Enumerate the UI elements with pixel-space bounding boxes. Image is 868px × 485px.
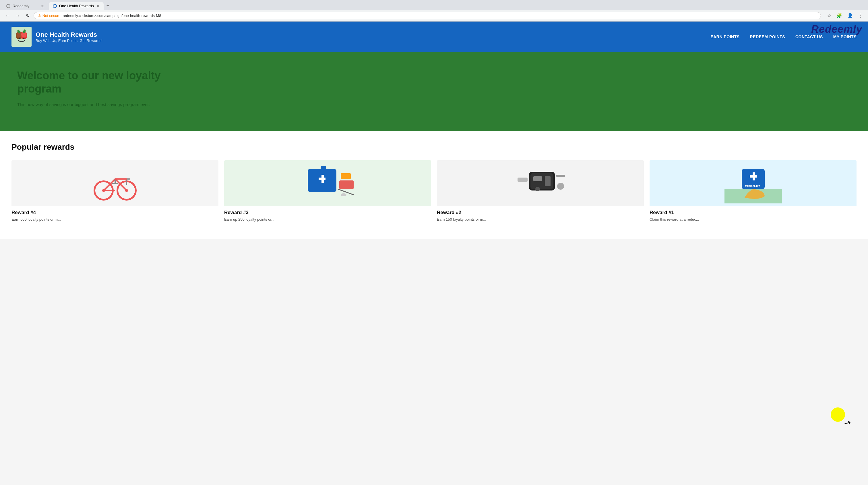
tab-close-one-health[interactable]: ✕ bbox=[96, 4, 100, 8]
reward-image-2 bbox=[437, 160, 644, 206]
account-button[interactable]: 👤 bbox=[846, 12, 855, 20]
rewards-grid: Reward #4 Earn 500 loyalty points or m..… bbox=[11, 160, 857, 222]
reward-image-4 bbox=[11, 160, 218, 206]
reward-title-2: Reward #2 bbox=[437, 210, 644, 216]
tab-close-redeemly[interactable]: ✕ bbox=[41, 4, 44, 8]
tab-label-redeemly: Redeemly bbox=[12, 4, 30, 8]
tab-label-one-health: One Health Rewards bbox=[59, 4, 94, 8]
svg-point-5 bbox=[19, 38, 20, 39]
reward-card-2[interactable]: Reward #2 Earn 150 loyalty points or m..… bbox=[437, 160, 644, 222]
reward-card-1[interactable]: MEDICAL KIT Reward #1 Claim this reward … bbox=[650, 160, 857, 222]
svg-text:MEDICAL KIT: MEDICAL KIT bbox=[745, 185, 760, 187]
menu-button[interactable]: ⋮ bbox=[857, 12, 865, 20]
refresh-button[interactable]: ↻ bbox=[24, 12, 31, 20]
extensions-button[interactable]: 🧩 bbox=[835, 12, 844, 20]
bike-svg bbox=[86, 163, 144, 203]
svg-rect-35 bbox=[545, 176, 551, 186]
security-warning: ⚠ Not secure bbox=[38, 13, 61, 18]
address-bar: ← → ↻ ⚠ Not secure redeemly.clickstorez.… bbox=[0, 10, 868, 21]
svg-rect-28 bbox=[341, 173, 351, 179]
svg-point-36 bbox=[535, 187, 540, 191]
tab-favicon-redeemly bbox=[6, 4, 10, 8]
svg-rect-24 bbox=[321, 166, 327, 172]
back-button[interactable]: ← bbox=[3, 12, 11, 20]
redeemly-watermark: Redeemly bbox=[811, 22, 862, 37]
kit2-svg bbox=[512, 163, 569, 203]
svg-point-30 bbox=[341, 193, 346, 196]
reward-card-3[interactable]: Reward #3 Earn up 250 loyalty points or.… bbox=[224, 160, 431, 222]
nav-redeem-points[interactable]: REDEEM POINTS bbox=[750, 34, 785, 39]
browser-actions: ☆ 🧩 👤 ⋮ bbox=[826, 12, 865, 20]
kit3-svg: MEDICAL KIT bbox=[724, 163, 782, 203]
hero-title: Welcome to our new loyalty program bbox=[17, 69, 175, 95]
new-tab-button[interactable]: + bbox=[104, 2, 112, 10]
section-title-popular-rewards: Popular rewards bbox=[11, 143, 857, 152]
reward-title-1: Reward #1 bbox=[650, 210, 857, 216]
reward-image-1: MEDICAL KIT bbox=[650, 160, 857, 206]
popular-rewards-section: Popular rewards bbox=[0, 131, 868, 239]
site-header: One Health Rewards Buy With Us, Earn Poi… bbox=[0, 22, 868, 52]
website-content: One Health Rewards Buy With Us, Earn Poi… bbox=[0, 22, 868, 239]
site-tagline: Buy With Us, Earn Points, Get Rewards! bbox=[36, 38, 102, 43]
svg-point-6 bbox=[23, 38, 25, 39]
tab-redeemly[interactable]: Redeemly ✕ bbox=[2, 2, 48, 10]
bookmark-button[interactable]: ☆ bbox=[826, 12, 833, 20]
tab-one-health[interactable]: One Health Rewards ✕ bbox=[49, 2, 104, 10]
url-text: redeemly.clickstorez.com/campaign/one-he… bbox=[63, 13, 161, 18]
reward-desc-2: Earn 150 loyalty points or m... bbox=[437, 217, 644, 222]
nav-earn-points[interactable]: EARN POINTS bbox=[710, 34, 739, 39]
reward-desc-4: Earn 500 loyalty points or m... bbox=[11, 217, 218, 222]
svg-rect-39 bbox=[556, 175, 565, 177]
svg-rect-34 bbox=[533, 176, 542, 181]
svg-rect-26 bbox=[321, 175, 324, 183]
logo-image bbox=[11, 27, 32, 47]
logo-text: One Health Rewards Buy With Us, Earn Poi… bbox=[36, 31, 102, 43]
svg-rect-44 bbox=[753, 172, 755, 180]
tab-favicon-one-health bbox=[53, 4, 57, 8]
kit1-svg bbox=[299, 163, 356, 203]
site-name: One Health Rewards bbox=[36, 31, 102, 38]
reward-title-3: Reward #3 bbox=[224, 210, 431, 216]
hero-description: This new way of saving is our biggest an… bbox=[17, 101, 166, 108]
reward-image-3 bbox=[224, 160, 431, 206]
svg-rect-37 bbox=[518, 177, 528, 182]
logo-svg bbox=[13, 28, 30, 46]
reward-desc-1: Claim this reward at a reduc... bbox=[650, 217, 857, 222]
tab-bar: Redeemly ✕ One Health Rewards ✕ + bbox=[0, 0, 868, 10]
svg-point-38 bbox=[557, 183, 564, 190]
site-logo: One Health Rewards Buy With Us, Earn Poi… bbox=[11, 27, 102, 47]
browser-chrome: Redeemly ✕ One Health Rewards ✕ + ← → ↻ … bbox=[0, 0, 868, 22]
reward-title-4: Reward #4 bbox=[11, 210, 218, 216]
reward-desc-3: Earn up 250 loyalty points or... bbox=[224, 217, 431, 222]
hero-section: Welcome to our new loyalty program This … bbox=[0, 52, 868, 131]
svg-rect-27 bbox=[339, 180, 353, 189]
url-bar[interactable]: ⚠ Not secure redeemly.clickstorez.com/ca… bbox=[34, 12, 821, 19]
forward-button[interactable]: → bbox=[14, 12, 22, 20]
reward-card-4[interactable]: Reward #4 Earn 500 loyalty points or m..… bbox=[11, 160, 218, 222]
